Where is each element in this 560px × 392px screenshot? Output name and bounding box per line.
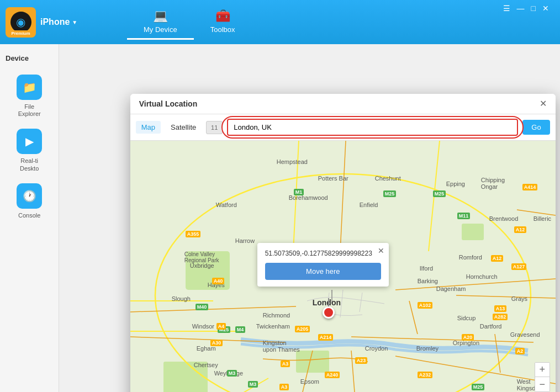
epping-label: Epping — [446, 181, 465, 187]
tab-map[interactable]: Map — [136, 121, 161, 134]
richmond-label: Richmond — [263, 312, 290, 319]
map-area[interactable]: London Watford Enfield Wembley Harrow Br… — [130, 141, 556, 392]
gravesend-label: Gravesend — [510, 331, 540, 338]
m40-label: M40 — [196, 304, 209, 310]
harrow-label: Harrow — [235, 237, 255, 244]
zoom-out-button[interactable]: − — [535, 377, 550, 391]
brentwood-label: Brentwood — [489, 215, 519, 222]
svg-line-16 — [409, 301, 418, 334]
sidebar-item-file-explorer[interactable]: 📁 FileExplorer — [0, 69, 59, 123]
a240-label: A240 — [325, 372, 340, 378]
realtime-icon: ▶ — [17, 129, 42, 154]
map-background: London Watford Enfield Wembley Harrow Br… — [130, 141, 556, 392]
cheshunt-label: Cheshunt — [375, 175, 401, 182]
top-nav: 💻 My Device 🧰 Toolbox — [116, 4, 560, 40]
hornchurch-label: Hornchurch — [466, 273, 498, 280]
zoom-in-button[interactable]: + — [535, 363, 550, 377]
kingston-label: Kingstonupon Thames — [263, 340, 300, 353]
tab-satellite[interactable]: Satellite — [165, 121, 202, 134]
svg-rect-1 — [296, 351, 329, 373]
dialog-overlay: Virtual Location ✕ Map Satellite 11 Go — [59, 88, 560, 392]
map-zoom-controls: + − — [535, 362, 550, 392]
a127-label: A127 — [511, 263, 527, 270]
nav-item-toolbox[interactable]: 🧰 Toolbox — [194, 4, 252, 40]
sidebar-item-realtime[interactable]: ▶ Real-tiDeskto — [0, 123, 59, 177]
nav-item-my-device[interactable]: 💻 My Device — [127, 4, 194, 40]
app-logo-icon — [10, 12, 31, 33]
epsom-label: Epsom — [300, 378, 319, 385]
m3b-label: M3 — [248, 381, 258, 388]
romford-label: Romford — [459, 254, 482, 261]
dialog-header: Virtual Location ✕ — [130, 94, 556, 114]
sidebar-label-file-explorer: FileExplorer — [18, 103, 41, 118]
a232-label: A232 — [418, 372, 433, 378]
grays-label: Grays — [511, 295, 527, 302]
hempstead-label: Hempstead — [277, 158, 308, 165]
chipping-label: ChippingOngar — [481, 177, 505, 190]
svg-line-28 — [360, 293, 362, 312]
a214-label: A214 — [318, 334, 334, 341]
colne-label: Colne ValleyRegional Park — [184, 251, 219, 263]
svg-line-11 — [130, 306, 296, 312]
map-toolbar: Map Satellite 11 Go — [130, 114, 556, 141]
a102-label: A102 — [418, 302, 433, 309]
sidebar-label-console: Console — [18, 212, 40, 219]
popup-coordinates: 51.5073509,-0.12775829999998223 — [265, 250, 381, 257]
nav-label-toolbox: Toolbox — [210, 25, 235, 34]
virtual-location-dialog: Virtual Location ✕ Map Satellite 11 Go — [130, 94, 556, 392]
a3b-label: A3 — [279, 384, 289, 390]
twickenham-label: Twickenham — [256, 323, 290, 330]
close-button[interactable]: ✕ — [542, 4, 549, 12]
device-dropdown-arrow: ▼ — [72, 19, 77, 25]
dagenham-label: Dagenham — [436, 285, 466, 292]
sidebar-item-console[interactable]: 🕐 Console — [0, 178, 59, 225]
menu-icon[interactable]: ☰ — [503, 4, 510, 12]
a4-label: A4 — [216, 323, 226, 330]
dialog-close-button[interactable]: ✕ — [540, 99, 547, 108]
maximize-button[interactable]: □ — [531, 4, 536, 12]
dialog-title: Virtual Location — [139, 99, 198, 108]
croydon-label: Croydon — [365, 345, 388, 352]
chertsey-label: Chertsey — [194, 362, 218, 368]
minimize-button[interactable]: — — [517, 4, 525, 12]
m4-label: M4 — [235, 326, 246, 333]
search-wrapper — [227, 119, 518, 136]
app-brand: Premium iPhone ▼ — [0, 7, 116, 38]
a414b-label: A414 — [522, 184, 538, 190]
london-label: London — [313, 298, 341, 307]
enfield-label: Enfield — [360, 202, 378, 208]
zoom-level-indicator: 11 — [206, 121, 223, 134]
bromley-label: Bromley — [416, 345, 439, 352]
svg-rect-3 — [462, 224, 484, 240]
m25a-label: M25 — [383, 190, 397, 197]
a23-label: A23 — [355, 357, 368, 364]
search-input[interactable] — [227, 119, 518, 136]
nav-label-my-device: My Device — [144, 25, 177, 34]
sidebar: Device 📁 FileExplorer ▶ Real-tiDeskto 🕐 … — [0, 44, 59, 392]
my-device-icon: 💻 — [153, 9, 168, 23]
map-popup: ✕ 51.5073509,-0.12775829999998223 Move h… — [257, 243, 389, 287]
dartford-label: Dartford — [480, 323, 502, 330]
m1-label: M1 — [294, 189, 304, 195]
popup-close-button[interactable]: ✕ — [378, 246, 384, 255]
m25d-label: M25 — [472, 384, 485, 390]
go-button[interactable]: Go — [522, 120, 550, 135]
a355-label: A355 — [186, 231, 201, 237]
slough-label: Slough — [172, 295, 191, 302]
move-here-button[interactable]: Move here — [265, 263, 381, 280]
console-icon: 🕐 — [17, 183, 42, 209]
windsor-label: Windsor — [192, 323, 214, 330]
app-logo: Premium — [6, 7, 36, 38]
toolbox-icon: 🧰 — [215, 9, 230, 23]
potters-bar-label: Potters Bar — [318, 175, 348, 182]
a282-label: A282 — [493, 314, 508, 320]
main-content: Device 📁 FileExplorer ▶ Real-tiDeskto 🕐 … — [0, 44, 560, 392]
barking-label: Barking — [418, 278, 438, 284]
m3a-label: M3 — [227, 370, 237, 377]
device-name[interactable]: iPhone ▼ — [40, 17, 77, 27]
a30-label: A30 — [210, 340, 223, 346]
window-controls: ☰ — □ ✕ — [503, 4, 556, 12]
svg-line-7 — [340, 141, 346, 251]
sidcup-label: Sidcup — [457, 315, 476, 321]
watford-label: Watford — [216, 202, 237, 208]
